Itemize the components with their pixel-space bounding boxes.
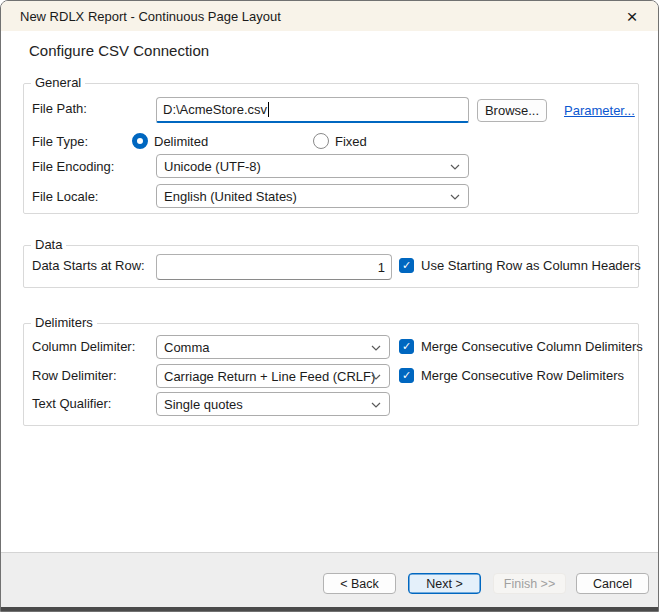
delimiters-group: Delimiters Column Delimiter: Comma ✓ Mer… [23,323,639,426]
checkmark-icon: ✓ [402,260,411,271]
data-group-label: Data [31,237,66,252]
file-path-value: D:\AcmeStore.csv [163,102,267,117]
use-starting-row-checkbox[interactable]: ✓ [399,258,414,273]
file-encoding-select[interactable]: Unicode (UTF-8) [156,154,469,178]
close-icon: × [626,7,637,26]
browse-button[interactable]: Browse... [477,99,547,122]
text-qualifier-value: Single quotes [164,397,243,412]
column-delimiter-label: Column Delimiter: [32,339,135,354]
radio-fixed[interactable] [313,133,329,149]
window-title: New RDLX Report - Continuous Page Layout [20,9,281,24]
finish-button: Finish >> [493,573,566,594]
column-delimiter-value: Comma [164,340,210,355]
use-starting-row-label[interactable]: Use Starting Row as Column Headers [421,258,641,273]
checkmark-icon: ✓ [402,370,411,381]
browse-button-label: Browse... [485,103,539,118]
chevron-down-icon [371,374,381,380]
parameter-link[interactable]: Parameter... [564,103,635,118]
radio-fixed-label[interactable]: Fixed [335,134,367,149]
cancel-button-label: Cancel [593,577,632,591]
radio-delimited[interactable] [132,133,148,149]
data-starts-at-row-input[interactable]: 1 [156,254,392,280]
cancel-button[interactable]: Cancel [576,573,649,594]
column-delimiter-select[interactable]: Comma [156,335,390,359]
radio-delimited-label[interactable]: Delimited [154,134,208,149]
next-button[interactable]: Next > [408,573,481,594]
row-delimiter-label: Row Delimiter: [32,368,117,383]
text-cursor [268,102,269,117]
row-delimiter-select[interactable]: Carriage Return + Line Feed (CRLF) [156,364,390,388]
chevron-down-icon [450,164,460,170]
checkmark-icon: ✓ [402,341,411,352]
file-locale-select[interactable]: English (United States) [156,184,469,208]
general-group-label: General [31,75,85,90]
file-locale-label: File Locale: [32,189,98,204]
text-qualifier-label: Text Qualifier: [32,396,111,411]
file-encoding-label: File Encoding: [32,159,114,174]
merge-row-delimiters-label[interactable]: Merge Consecutive Row Delimiters [421,368,624,383]
merge-column-delimiters-checkbox[interactable]: ✓ [399,339,414,354]
row-delimiter-value: Carriage Return + Line Feed (CRLF) [164,369,375,384]
file-locale-value: English (United States) [164,189,297,204]
footer: < Back Next > Finish >> Cancel [1,552,658,607]
general-group: General File Path: D:\AcmeStore.csv Brow… [23,83,639,214]
back-button-label: < Back [340,577,379,591]
merge-column-delimiters-label[interactable]: Merge Consecutive Column Delimiters [421,339,643,354]
next-button-label: Next > [426,577,462,591]
chevron-down-icon [371,402,381,408]
finish-button-label: Finish >> [504,577,555,591]
close-button[interactable]: × [615,4,649,28]
merge-row-delimiters-checkbox[interactable]: ✓ [399,368,414,383]
data-starts-at-row-label: Data Starts at Row: [32,258,145,273]
data-group: Data Data Starts at Row: 1 ✓ Use Startin… [23,245,639,288]
file-type-label: File Type: [32,134,88,149]
text-qualifier-select[interactable]: Single quotes [156,392,390,416]
file-encoding-value: Unicode (UTF-8) [164,159,261,174]
file-path-label: File Path: [32,101,87,116]
titlebar: New RDLX Report - Continuous Page Layout… [1,1,658,31]
file-path-input[interactable]: D:\AcmeStore.csv [156,97,469,123]
delimiters-group-label: Delimiters [31,315,97,330]
content-area: Configure CSV Connection General File Pa… [1,31,658,552]
back-button[interactable]: < Back [323,573,396,594]
chevron-down-icon [450,194,460,200]
data-starts-at-row-value: 1 [378,260,385,275]
chevron-down-icon [371,345,381,351]
page-title: Configure CSV Connection [29,42,209,59]
dialog-window: New RDLX Report - Continuous Page Layout… [0,0,659,612]
window-shadow [1,607,658,612]
